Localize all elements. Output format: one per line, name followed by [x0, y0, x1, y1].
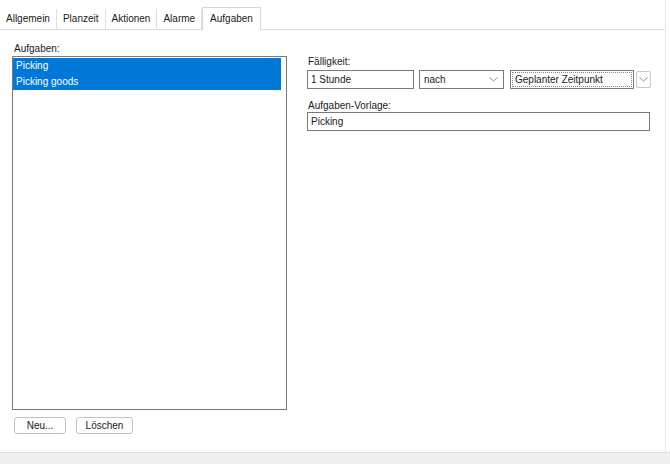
tasks-listbox[interactable]: Picking Picking goods [12, 56, 287, 410]
delete-button[interactable]: Löschen [76, 417, 133, 434]
tab-aktionen[interactable]: Aktionen [106, 9, 158, 29]
panel-right-border [665, 0, 666, 452]
footer-bar [0, 453, 670, 464]
due-label: Fälligkeit: [308, 56, 350, 67]
due-relation-select[interactable]: nach [419, 70, 504, 89]
tab-bar: Allgemein Planzeit Aktionen Alarme Aufga… [0, 7, 261, 30]
due-reference-select[interactable]: Geplanter Zeitpunkt [510, 70, 634, 89]
new-button[interactable]: Neu... [14, 417, 66, 434]
due-relation-value: nach [424, 74, 446, 85]
tab-alarme[interactable]: Alarme [157, 9, 202, 29]
chevron-down-icon [639, 77, 648, 82]
chevron-down-icon [489, 77, 498, 82]
tab-planzeit[interactable]: Planzeit [57, 9, 106, 29]
due-value-input[interactable] [307, 70, 414, 89]
template-input[interactable] [307, 112, 650, 131]
focus-rectangle: Geplanter Zeitpunkt [512, 72, 632, 87]
tasks-label: Aufgaben: [14, 43, 60, 54]
task-dialog: Allgemein Planzeit Aktionen Alarme Aufga… [0, 0, 670, 464]
list-item[interactable]: Picking [13, 58, 281, 74]
list-item[interactable]: Picking goods [13, 74, 281, 90]
due-reference-value: Geplanter Zeitpunkt [515, 74, 603, 85]
tab-aufgaben[interactable]: Aufgaben [202, 7, 261, 30]
due-reference-dropdown-button[interactable] [636, 71, 651, 88]
template-label: Aufgaben-Vorlage: [308, 100, 391, 111]
tab-allgemein[interactable]: Allgemein [0, 9, 57, 29]
